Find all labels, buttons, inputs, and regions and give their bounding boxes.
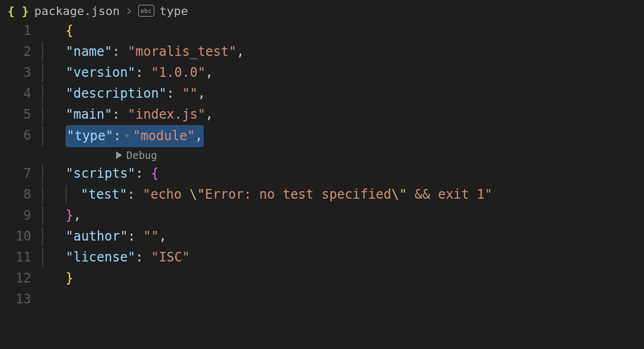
code-content[interactable]: "version": "1.0.0", <box>43 62 213 83</box>
breadcrumb-property[interactable]: type <box>160 4 188 18</box>
code-line: 7 "scripts": { <box>0 163 644 184</box>
code-content[interactable]: "main": "index.js", <box>43 104 213 125</box>
string-property-icon: abc <box>138 5 154 17</box>
code-line: 9 }, <box>0 205 644 226</box>
line-number: 13 <box>0 289 42 310</box>
code-content[interactable]: }, <box>43 205 81 226</box>
brace-open: { <box>151 163 159 184</box>
code-content[interactable]: } <box>42 268 73 289</box>
breadcrumb-file[interactable]: package.json <box>34 4 120 18</box>
debug-codelens[interactable]: Debug <box>0 147 644 163</box>
line-number: 10 <box>0 226 42 247</box>
code-content[interactable]: "type":"module", <box>43 125 204 147</box>
code-line: 1 { <box>0 20 644 41</box>
chevron-right-icon <box>125 4 133 18</box>
play-icon <box>116 151 122 159</box>
breadcrumb[interactable]: { } package.json abc type <box>0 0 644 20</box>
line-number: 7 <box>0 163 42 184</box>
code-content[interactable]: "test": "echo \"Error: no test specified… <box>43 184 492 205</box>
code-line: 13 <box>0 289 644 310</box>
code-line: 5 "main": "index.js", <box>0 104 644 125</box>
code-line: 2 "name": "moralis_test", <box>0 41 644 62</box>
line-number: 4 <box>0 83 42 104</box>
code-content[interactable]: "license": "ISC" <box>43 247 190 268</box>
json-icon: { } <box>8 4 29 18</box>
line-number: 11 <box>0 247 42 268</box>
code-line: 10 "author": "", <box>0 226 644 247</box>
code-content[interactable]: { <box>42 20 73 41</box>
line-number: 12 <box>0 268 42 289</box>
line-number: 3 <box>0 62 42 83</box>
code-line: 4 "description": "", <box>0 83 644 104</box>
line-number: 5 <box>0 104 42 125</box>
indent-guide <box>66 185 67 204</box>
line-number: 6 <box>0 125 42 146</box>
code-line: 12 } <box>0 268 644 289</box>
code-editor[interactable]: 1 { 2 "name": "moralis_test", 3 "version… <box>0 20 644 310</box>
debug-label: Debug <box>126 147 157 163</box>
brace-close: } <box>66 205 73 226</box>
line-number: 1 <box>0 20 42 41</box>
code-line: 11 "license": "ISC" <box>0 247 644 268</box>
selection-highlight: "type":"module", <box>66 125 204 147</box>
brace-open: { <box>66 20 73 41</box>
code-line: 6 "type":"module", <box>0 125 644 147</box>
code-content[interactable]: "author": "", <box>43 226 167 247</box>
line-number: 2 <box>0 41 42 62</box>
code-content[interactable]: "description": "", <box>43 83 205 104</box>
brace-close: } <box>66 268 73 289</box>
code-content[interactable]: "scripts": { <box>43 163 159 184</box>
line-number: 8 <box>0 184 42 205</box>
code-line: 3 "version": "1.0.0", <box>0 62 644 83</box>
code-content[interactable]: "name": "moralis_test", <box>43 41 244 62</box>
line-number: 9 <box>0 205 42 226</box>
code-line: 8 "test": "echo \"Error: no test specifi… <box>0 184 644 205</box>
whitespace-dot-icon <box>125 134 128 137</box>
